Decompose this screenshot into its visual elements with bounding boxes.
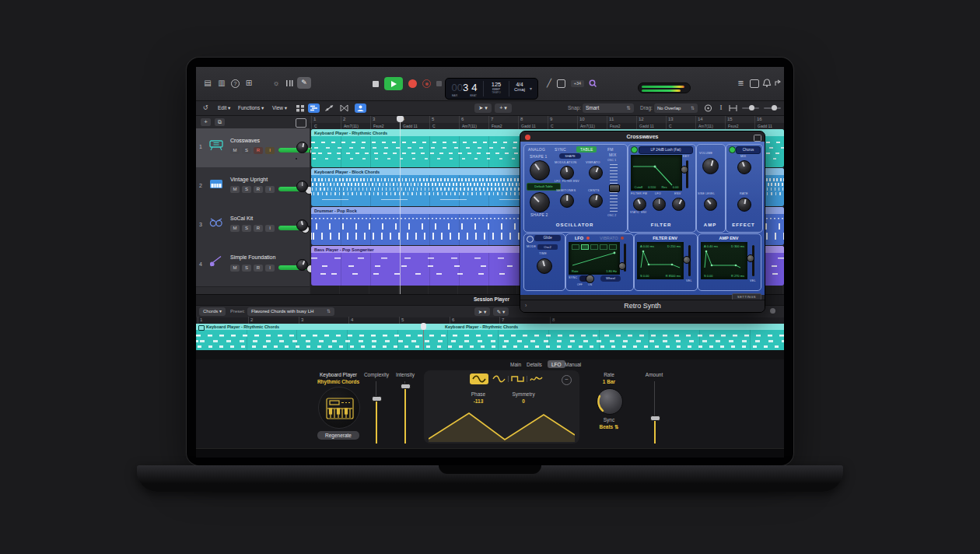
solo-button[interactable]: S: [242, 225, 251, 232]
functions-menu[interactable]: Functions ▾: [238, 105, 264, 111]
glide-title[interactable]: Glide: [534, 235, 561, 241]
key-slider-thumb[interactable]: [681, 166, 688, 174]
record-enable-button[interactable]: R: [254, 186, 263, 193]
horizontal-zoom-thumb[interactable]: [772, 105, 777, 110]
editor-scroll-dot[interactable]: [770, 308, 775, 314]
vertical-zoom-thumb[interactable]: [749, 105, 754, 110]
io-route-icon[interactable]: [774, 79, 783, 88]
tab-table-active[interactable]: TABLE: [576, 146, 597, 153]
track-4-pan-knob[interactable]: [296, 259, 308, 271]
piano-roll-view-icon[interactable]: [308, 103, 320, 113]
duplicate-track-button[interactable]: ⧉: [215, 118, 225, 126]
rate-value[interactable]: 1 Bar: [590, 379, 628, 384]
record-enable-button[interactable]: R: [254, 147, 263, 154]
link-icon[interactable]: [754, 135, 761, 142]
effect-rate-knob[interactable]: [737, 198, 751, 212]
track-name[interactable]: Simple Foundation: [230, 254, 275, 260]
session-players-icon[interactable]: [355, 103, 366, 113]
view-menu[interactable]: View ▾: [272, 105, 287, 111]
editor-pointer-tool[interactable]: ➤ ▾: [474, 307, 490, 316]
input-monitor-button[interactable]: I: [265, 186, 275, 193]
symmetry-value[interactable]: 0: [504, 398, 543, 404]
lfo-wave-random[interactable]: [529, 373, 544, 384]
solo-button[interactable]: S: [242, 265, 251, 272]
glide-mode-value[interactable]: Osc2: [537, 244, 558, 250]
osc-mix-thumb[interactable]: [609, 184, 620, 192]
input-monitor-button[interactable]: I: [265, 147, 275, 154]
solo-button[interactable]: S: [242, 147, 251, 154]
tab-fm[interactable]: FM: [607, 147, 614, 152]
pointer-tool-menu[interactable]: ➤ ▾: [474, 103, 492, 113]
track-header-options-icon[interactable]: [296, 118, 306, 128]
tuner-icon[interactable]: ╱: [544, 79, 554, 88]
track-name[interactable]: Vintage Upright: [230, 177, 268, 182]
editor-pencil-tool[interactable]: ✎ ▾: [493, 307, 509, 316]
playhead[interactable]: [400, 116, 401, 294]
drag-menu[interactable]: No Overlap⇅: [654, 103, 698, 113]
mute-button[interactable]: M: [230, 186, 240, 193]
plugin-window[interactable]: Crosswaves ANALOG SYNC TABLE FM SHAPE 1 …: [520, 131, 765, 313]
chords-menu[interactable]: Chords ▾: [199, 307, 226, 316]
bell-icon[interactable]: [762, 78, 772, 88]
capture-recording-icon[interactable]: [436, 81, 442, 86]
edit-menu[interactable]: Edit ▾: [218, 105, 230, 111]
track-header-4[interactable]: 4 Simple Foundation M S R I: [196, 245, 310, 287]
note-pads-icon[interactable]: [750, 79, 759, 88]
track-name[interactable]: Crosswaves: [230, 138, 260, 143]
filter-power-led[interactable]: [631, 146, 638, 153]
filter-env-knob[interactable]: [672, 198, 685, 211]
tab-details[interactable]: Details: [527, 362, 542, 367]
cents-knob[interactable]: [589, 194, 603, 208]
record-enable-button[interactable]: R: [254, 225, 263, 232]
shape1-knob[interactable]: [530, 160, 550, 181]
apple-loops-icon[interactable]: [588, 79, 597, 88]
lfo-amount-thumb[interactable]: [618, 262, 626, 270]
complexity-thumb[interactable]: [372, 396, 382, 401]
track-name[interactable]: SoCal Kit: [230, 216, 253, 221]
sync-value[interactable]: Beats ⇅: [590, 424, 628, 430]
vibrato-knob[interactable]: [589, 166, 603, 180]
filter-fm-knob[interactable]: [633, 198, 646, 211]
record-enable-button[interactable]: R: [254, 265, 263, 272]
track-header-3[interactable]: 3 SoCal Kit M S R I: [196, 206, 310, 246]
mute-button[interactable]: M: [230, 265, 240, 272]
lfo-bipolar-button[interactable]: −: [562, 375, 572, 385]
editor-playhead-pin[interactable]: [421, 323, 426, 330]
lfo-wheel-button[interactable]: Wheel: [600, 275, 621, 282]
playhead-handle[interactable]: [397, 116, 404, 122]
quick-help-window-icon[interactable]: ▤: [202, 79, 213, 88]
semitones-knob[interactable]: [560, 194, 574, 208]
flex-icon[interactable]: [339, 103, 349, 113]
toolbar-toggle-icon[interactable]: ▥: [216, 79, 227, 88]
filter-lfo-knob[interactable]: [653, 198, 666, 211]
track-3-pan-knob[interactable]: [296, 219, 308, 231]
stop-button[interactable]: [373, 81, 379, 87]
help-icon[interactable]: ?: [231, 79, 240, 88]
vibrato-tab[interactable]: VIBRATO: [600, 236, 618, 240]
marquee-zoom-icon[interactable]: [703, 103, 713, 113]
lcd-display[interactable]: 0034 BARBEAT 125 KEEP TEMPO 4/4 Cmaj ▾: [445, 78, 538, 100]
amp-env-vel-thumb[interactable]: [747, 254, 754, 262]
effect-mix-knob[interactable]: [737, 160, 751, 174]
input-monitor-button[interactable]: I: [265, 225, 275, 232]
regenerate-button[interactable]: Regenerate: [317, 431, 359, 440]
monitoring-icon[interactable]: [557, 79, 565, 88]
shape2-knob[interactable]: [530, 192, 550, 212]
effect-preset-menu[interactable]: Chorus: [736, 146, 761, 154]
lfo-wave-sine-selected[interactable]: [470, 373, 488, 384]
lfo-tab[interactable]: LFO: [575, 236, 583, 240]
snap-menu[interactable]: Smart⇅: [583, 103, 634, 113]
lfo-sync-toggle-knob[interactable]: [586, 275, 594, 283]
pan-knob[interactable]: [296, 158, 297, 160]
record-button[interactable]: [408, 79, 417, 88]
track-2-pan-knob[interactable]: [296, 181, 308, 192]
track-header-1[interactable]: 1 Crosswaves M S R I: [196, 128, 310, 168]
ibeam-icon[interactable]: I: [717, 103, 725, 113]
auto-track-zoom-icon[interactable]: [728, 103, 738, 113]
grid-view-icon[interactable]: [296, 104, 305, 112]
glide-time-knob[interactable]: [537, 258, 552, 274]
track-header-2[interactable]: 2 Vintage Upright M S R I: [196, 167, 310, 207]
library-icon[interactable]: ☼: [271, 79, 282, 88]
list-editors-icon[interactable]: ≣: [736, 79, 746, 88]
solo-button[interactable]: S: [242, 186, 251, 193]
